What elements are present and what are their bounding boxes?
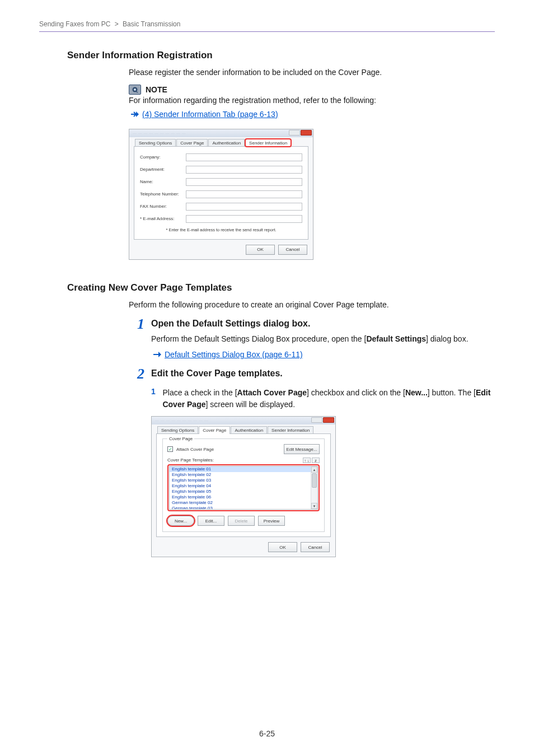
substep-number-1: 1 <box>151 387 160 396</box>
label-email: * E-mail Address: <box>140 216 186 221</box>
header-divider <box>39 31 495 32</box>
section-intro-creating-templates: Perform the following procedure to creat… <box>129 299 495 310</box>
breadcrumb-path-2: Basic Transmission <box>123 20 180 28</box>
step-2: 2 Edit the Cover Page templates. <box>129 367 495 381</box>
input-telephone[interactable] <box>186 190 302 198</box>
note-text: For information regarding the registrati… <box>129 95 495 106</box>
dialog-title-obscured: — — — — — — — — — — <box>155 418 208 422</box>
label-cover-page-templates: Cover Page Templates: <box>167 458 214 463</box>
edit-message-button[interactable]: Edit Message... <box>284 444 320 454</box>
label-name: Name: <box>140 179 186 184</box>
note-icon <box>129 85 141 95</box>
section-title-sender-info: Sender Information Registration <box>67 50 495 61</box>
dialog-sender-information: — — — — — — — — — — Sending Options Cove… <box>129 129 313 260</box>
list-item[interactable]: English template 02 <box>170 472 317 478</box>
section-intro-sender-info: Please register the sender information t… <box>129 67 495 78</box>
label-department: Department: <box>140 167 186 172</box>
step-number-2: 2 <box>129 367 144 381</box>
step-1-text: Perform the Default Settings Dialog Box … <box>151 333 495 344</box>
note-link-sender-info-tab[interactable]: (4) Sender Information Tab (page 6-13) <box>142 110 278 119</box>
input-name[interactable] <box>186 178 302 186</box>
ok-button[interactable]: OK <box>246 245 275 255</box>
window-close-button[interactable] <box>323 417 334 423</box>
tab-sender-information[interactable]: Sender Information <box>268 426 313 434</box>
cancel-button[interactable]: Cancel <box>301 542 330 552</box>
window-help-button[interactable] <box>289 130 300 136</box>
cancel-button[interactable]: Cancel <box>278 245 307 255</box>
dialog-titlebar: — — — — — — — — — — <box>129 129 313 137</box>
breadcrumb: Sending Faxes from PC > Basic Transmissi… <box>39 20 495 31</box>
label-company: Company: <box>140 155 186 160</box>
list-item[interactable]: German template 03 <box>170 506 317 510</box>
input-fax-number[interactable] <box>186 203 302 211</box>
substep-1-text: Place a check in the [Attach Cover Page]… <box>162 387 494 410</box>
tab-authentication[interactable]: Authentication <box>231 426 267 434</box>
scrollbar[interactable]: ▲ ▼ <box>311 466 317 509</box>
template-list-highlight: English template 01 English template 02 … <box>167 464 320 511</box>
scroll-thumb[interactable] <box>312 473 317 488</box>
sort-button-az[interactable]: z <box>312 458 320 463</box>
link-arrow-icon <box>131 111 139 117</box>
label-fax-number: FAX Number: <box>140 204 186 209</box>
input-department[interactable] <box>186 166 302 174</box>
note-box: NOTE For information regarding the regis… <box>129 85 495 118</box>
list-item[interactable]: English template 01 <box>170 466 317 472</box>
step-1: 1 Open the Default Settings dialog box. … <box>129 317 495 359</box>
step-1-title: Open the Default Settings dialog box. <box>151 319 495 329</box>
dialog-titlebar: — — — — — — — — — — <box>152 417 335 424</box>
step-2-title: Edit the Cover Page templates. <box>151 368 495 379</box>
substep-2-1: 1 Place a check in the [Attach Cover Pag… <box>151 387 495 410</box>
window-help-button[interactable] <box>311 417 322 423</box>
email-hint: * Enter the E-mail address to receive th… <box>140 227 302 232</box>
tab-cover-page[interactable]: Cover Page <box>176 139 208 147</box>
tab-sending-options[interactable]: Sending Options <box>135 139 176 147</box>
svg-point-1 <box>134 88 136 91</box>
template-listbox[interactable]: English template 01 English template 02 … <box>169 466 318 510</box>
tab-sender-information[interactable]: Sender Information <box>245 139 291 147</box>
list-item[interactable]: English template 03 <box>170 478 317 483</box>
list-item[interactable]: German template 02 <box>170 500 317 506</box>
note-label: NOTE <box>146 85 167 94</box>
breadcrumb-sep: > <box>113 20 121 28</box>
preview-template-button[interactable]: Preview <box>258 516 285 526</box>
input-company[interactable] <box>186 153 302 161</box>
breadcrumb-path-1: Sending Faxes from PC <box>39 20 110 28</box>
dialog-title-obscured: — — — — — — — — — — <box>133 131 186 135</box>
link-arrow-icon <box>153 352 161 357</box>
list-item[interactable]: English template 04 <box>170 483 317 489</box>
tab-cover-page[interactable]: Cover Page <box>199 426 230 434</box>
tab-authentication[interactable]: Authentication <box>208 139 245 147</box>
step-number-1: 1 <box>129 317 144 332</box>
list-item[interactable]: English template 06 <box>170 494 317 500</box>
tab-sending-options[interactable]: Sending Options <box>157 426 198 434</box>
checkbox-attach-cover-page[interactable]: ✓ <box>167 446 173 452</box>
label-telephone: Telephone Number: <box>140 192 186 197</box>
link-default-settings-dialog[interactable]: Default Settings Dialog Box (page 6-11) <box>165 350 303 359</box>
delete-template-button[interactable]: Delete <box>228 516 255 526</box>
edit-template-button[interactable]: Edit... <box>198 516 224 526</box>
group-title-cover-page: Cover Page <box>167 436 194 441</box>
new-template-button[interactable]: New... <box>167 516 194 526</box>
scroll-down-icon[interactable]: ▼ <box>311 503 317 509</box>
ok-button[interactable]: OK <box>268 542 297 552</box>
scroll-up-icon[interactable]: ▲ <box>311 466 317 473</box>
dialog-cover-page: — — — — — — — — — — Sending Options Cove… <box>151 416 336 557</box>
sort-button-updown[interactable]: ↑ ↓ <box>303 458 311 463</box>
window-close-button[interactable] <box>301 130 312 136</box>
section-title-creating-templates: Creating New Cover Page Templates <box>67 282 495 293</box>
list-item[interactable]: English template 05 <box>170 489 317 494</box>
input-email[interactable] <box>186 215 302 223</box>
label-attach-cover-page: Attach Cover Page <box>176 447 214 452</box>
page-number: 6-25 <box>0 729 534 738</box>
